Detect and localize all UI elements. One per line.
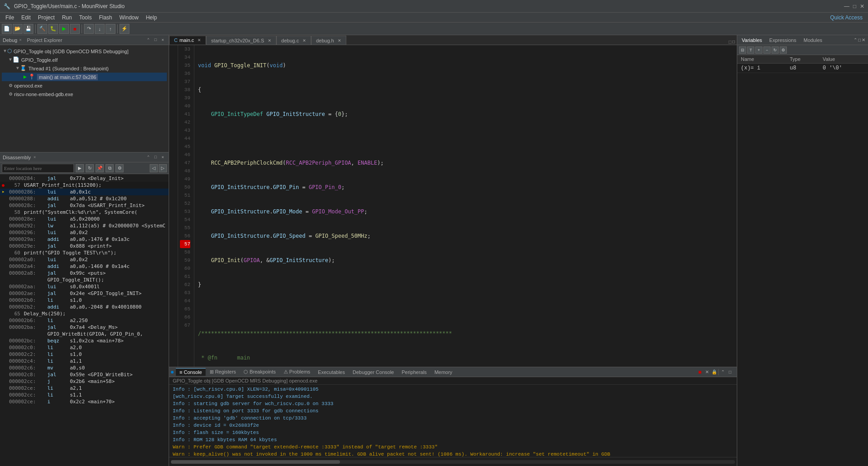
tab-expressions[interactable]: Expressions: [767, 37, 798, 44]
console-content[interactable]: Info : [wch_riscv.cpu.0] XLEN=32, misa=0…: [169, 385, 737, 457]
disasm-row-65[interactable]: 65 Delay_Ms(250);: [0, 310, 169, 317]
tab-modules[interactable]: Modules: [802, 37, 824, 44]
disasm-next-btn[interactable]: ▷: [159, 164, 167, 172]
editor-maximize[interactable]: □: [732, 40, 735, 45]
disasm-row-2c8[interactable]: 000002c8: jal 0x59e <GPIO_WriteBit>: [0, 371, 169, 378]
var-panel-minimize[interactable]: ⌃: [854, 37, 857, 42]
disasm-row[interactable]: 00000284: jal 0x77a <Delay_Init>: [0, 175, 169, 182]
console-tab-problems[interactable]: ⚠ Problems: [280, 368, 314, 376]
tab-variables[interactable]: Variables: [740, 37, 764, 44]
maximize-btn[interactable]: □: [853, 3, 856, 9]
console-scroll-thumb[interactable]: [171, 460, 340, 464]
disasm-row-28c[interactable]: 0000028c: jal 0x7da <USART_Printf_Init>: [0, 202, 169, 209]
tab-close-debug-c[interactable]: ✕: [303, 38, 306, 43]
disasm-row-29e[interactable]: 0000029e: jal 0x888 <printf>: [0, 243, 169, 249]
disasm-row-2a0[interactable]: 000002a0: lui a0,0x2: [0, 256, 169, 263]
tab-debug-c[interactable]: debug.c ✕: [276, 36, 311, 45]
console-tab-executables[interactable]: Executables: [314, 369, 349, 376]
var-panel-close[interactable]: ✕: [862, 37, 865, 42]
menu-edit[interactable]: Edit: [18, 14, 34, 22]
console-tab-console[interactable]: ≡ Console: [176, 368, 206, 376]
var-settings[interactable]: ⚙: [780, 46, 787, 54]
disasm-prev-btn[interactable]: ◁: [150, 164, 158, 172]
disasm-location-input[interactable]: [2, 164, 74, 173]
disasm-content[interactable]: 00000284: jal 0x77a <Delay_Init> ● 57 US…: [0, 174, 169, 466]
disasm-row-2a4[interactable]: 000002a4: addi a0,a0,-1460 # 0x1a4c: [0, 263, 169, 270]
disasm-row-2b6[interactable]: 000002b6: li a2,250: [0, 317, 169, 324]
disasm-row-2b2[interactable]: 000002b2: addi a0,a0,-2048 # 0x40010800: [0, 304, 169, 310]
console-tab-peripherals[interactable]: Peripherals: [398, 369, 431, 376]
menu-help[interactable]: Help: [142, 14, 161, 22]
disasm-close[interactable]: ✕: [160, 154, 166, 161]
console-stop-btn[interactable]: ■: [697, 369, 703, 375]
build-btn[interactable]: 🔨: [37, 24, 47, 34]
var-row-i[interactable]: (x)= i u8 0 '\0': [737, 64, 868, 73]
disasm-row-2aa[interactable]: 000002aa: lui s0,0x4001l: [0, 283, 169, 290]
tab-close-startup[interactable]: ✕: [268, 38, 271, 43]
close-btn[interactable]: ✕: [860, 3, 864, 9]
debug-tree-item-3[interactable]: ▶ 📍 main() at main.c:57 0x286: [2, 73, 167, 81]
console-scroll-lock[interactable]: 🔒: [711, 369, 717, 375]
disasm-row-58[interactable]: 58 printf("SystemClk:%d\r\n", SystemCore…: [0, 209, 169, 216]
flash-btn[interactable]: ⚡: [119, 24, 129, 34]
disasm-row-60[interactable]: 60 printf("GPIO Toggle TEST\r\n");: [0, 249, 169, 256]
menu-file[interactable]: File: [2, 14, 18, 22]
console-maximize-btn[interactable]: □: [727, 369, 733, 375]
var-refresh[interactable]: ↻: [772, 46, 779, 54]
debug-btn[interactable]: 🐛: [48, 24, 58, 34]
menu-tools[interactable]: Tools: [75, 14, 95, 22]
console-minimize-btn[interactable]: ⌃: [720, 369, 726, 375]
console-tab-debugger[interactable]: Debugger Console: [349, 369, 398, 376]
tab-main-c[interactable]: C main.c ✕: [169, 36, 206, 45]
disasm-row-2c4[interactable]: 000002c4: li a1,1: [0, 358, 169, 364]
debug-tree-item-2[interactable]: ▼ 🧵 Thread #1 (Suspended : Breakpoint): [2, 64, 167, 73]
disasm-settings-btn[interactable]: ⚙: [115, 164, 124, 172]
console-scrollbar[interactable]: [171, 460, 735, 464]
code-content[interactable]: 3334353637383940414243 44454647484950515…: [169, 45, 737, 367]
disasm-row-2ae[interactable]: 000002ae: jal 0x24e <GPIO_Toggle_INIT>: [0, 290, 169, 297]
step-over-btn[interactable]: ↷: [84, 24, 94, 34]
console-clear-btn[interactable]: ✕: [704, 369, 710, 375]
code-text[interactable]: void GPIO_Toggle_INIT(void) { GPIO_InitT…: [194, 45, 737, 367]
disasm-row-286[interactable]: ➤ 00000286: lui a0,0x1c: [0, 189, 169, 195]
disasm-row-2ba[interactable]: 000002ba: jal 0x7a4 <Delay_Ms>: [0, 324, 169, 331]
run-btn[interactable]: ▶: [59, 24, 69, 34]
var-add-watch[interactable]: +: [755, 46, 762, 54]
editor-minimize[interactable]: ⬚: [729, 39, 731, 45]
step-out-btn[interactable]: ↑: [106, 24, 115, 34]
debug-tree-item-5[interactable]: ⚙ riscv-none-embed-gdb.exe: [2, 90, 167, 98]
disasm-row-2ce2[interactable]: 000002ce: i 0x2c2 <main+70>: [0, 398, 169, 405]
disasm-row-57[interactable]: ● 57 USART_Printf_Init(115200);: [0, 182, 169, 189]
console-tab-registers[interactable]: ⊞ Registers: [206, 368, 240, 376]
stop-btn[interactable]: ■: [70, 24, 80, 34]
menu-flash[interactable]: Flash: [95, 14, 115, 22]
minimize-btn[interactable]: —: [844, 3, 850, 9]
quick-access-label[interactable]: Quick Access: [827, 14, 866, 22]
tab-startup[interactable]: startup_ch32v20x_D6.S ✕: [206, 36, 276, 45]
disasm-row-288[interactable]: 00000288: addi a0,a0,512 # 0x1c200: [0, 195, 169, 202]
var-collapse-all[interactable]: ⊟: [739, 46, 746, 54]
save-btn[interactable]: 💾: [23, 24, 33, 34]
disasm-row-gpio[interactable]: GPIO_Toggle_INIT();: [0, 277, 169, 283]
disasm-go-btn[interactable]: ▶: [76, 164, 84, 172]
disasm-follow-btn[interactable]: 📌: [96, 164, 104, 172]
debug-panel-minimize[interactable]: ⌃: [145, 37, 152, 43]
open-btn[interactable]: 📂: [13, 24, 23, 34]
new-file-btn[interactable]: 📄: [2, 24, 12, 34]
disasm-row-2ce[interactable]: 000002ce: li a2,1: [0, 385, 169, 392]
disasm-row-gpio2[interactable]: GPIO_WriteBit(GPIOA, GPIO_Pin_0,: [0, 331, 169, 337]
var-panel-maximize[interactable]: □: [858, 37, 861, 42]
tab-debug-h[interactable]: debug.h ✕: [311, 36, 346, 45]
disasm-row-2b0[interactable]: 000002b0: li s1,0: [0, 297, 169, 304]
menu-window[interactable]: Window: [116, 14, 142, 22]
var-remove-watch[interactable]: −: [763, 46, 771, 54]
debug-tree-item-0[interactable]: ▼ ⬡ GPIO_Toggle obj [GDB OpenOCD MRS Deb…: [2, 47, 167, 55]
disasm-row-2c0[interactable]: 000002c0: li a2,0: [0, 344, 169, 351]
debug-tree-item-1[interactable]: ▼ 📄 GPIO_Toggle.elf: [2, 55, 167, 64]
disasm-row-29a[interactable]: 0000029a: addi a0,a0,-1476 # 0x1a3c: [0, 236, 169, 243]
disasm-row-2cc2[interactable]: 000002cc: li s1,1: [0, 392, 169, 398]
disasm-row-28e[interactable]: 0000028e: lui a5,0x20000: [0, 216, 169, 222]
disasm-minimize[interactable]: ⌃: [145, 154, 152, 161]
disasm-row-2c2[interactable]: 000002c2: li s1,0: [0, 351, 169, 358]
menu-run[interactable]: Run: [58, 14, 75, 22]
